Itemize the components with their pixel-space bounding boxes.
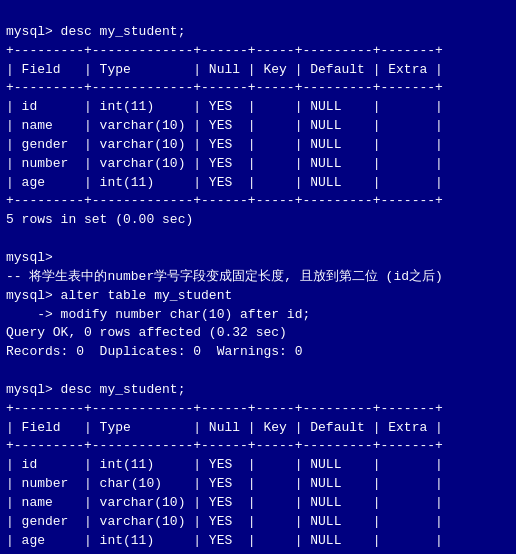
- terminal-window: mysql> desc my_student;+---------+------…: [0, 0, 516, 554]
- terminal-line: | number | char(10) | YES | | NULL | |: [6, 475, 510, 494]
- terminal-line: mysql> desc my_student;: [6, 381, 510, 400]
- terminal-line: [6, 362, 510, 381]
- terminal-line: +---------+-------------+------+-----+--…: [6, 79, 510, 98]
- terminal-line: [6, 230, 510, 249]
- terminal-line: mysql> desc my_student;: [6, 23, 510, 42]
- terminal-line: | name | varchar(10) | YES | | NULL | |: [6, 494, 510, 513]
- terminal-line: | age | int(11) | YES | | NULL | |: [6, 174, 510, 193]
- terminal-line: +---------+-------------+------+-----+--…: [6, 437, 510, 456]
- terminal-line: | id | int(11) | YES | | NULL | |: [6, 456, 510, 475]
- terminal-line: | number | varchar(10) | YES | | NULL | …: [6, 155, 510, 174]
- terminal-line: 5 rows in set (0.00 sec): [6, 211, 510, 230]
- terminal-line: | id | int(11) | YES | | NULL | |: [6, 98, 510, 117]
- terminal-line: +---------+-------------+------+-----+--…: [6, 400, 510, 419]
- terminal-line: -> modify number char(10) after id;: [6, 306, 510, 325]
- terminal-line: | gender | varchar(10) | YES | | NULL | …: [6, 136, 510, 155]
- terminal-line: +---------+-------------+------+-----+--…: [6, 42, 510, 61]
- terminal-line: | gender | varchar(10) | YES | | NULL | …: [6, 513, 510, 532]
- terminal-line: | Field | Type | Null | Key | Default | …: [6, 419, 510, 438]
- terminal-line: Query OK, 0 rows affected (0.32 sec): [6, 324, 510, 343]
- terminal-line: | age | int(11) | YES | | NULL | |: [6, 532, 510, 551]
- terminal-line: | Field | Type | Null | Key | Default | …: [6, 61, 510, 80]
- terminal-line: +---------+-------------+------+-----+--…: [6, 550, 510, 554]
- terminal-line: mysql> alter table my_student: [6, 287, 510, 306]
- terminal-line: +---------+-------------+------+-----+--…: [6, 192, 510, 211]
- terminal-line: mysql>: [6, 249, 510, 268]
- terminal-line: -- 将学生表中的number学号字段变成固定长度, 且放到第二位 (id之后): [6, 268, 510, 287]
- terminal-line: | name | varchar(10) | YES | | NULL | |: [6, 117, 510, 136]
- terminal-line: Records: 0 Duplicates: 0 Warnings: 0: [6, 343, 510, 362]
